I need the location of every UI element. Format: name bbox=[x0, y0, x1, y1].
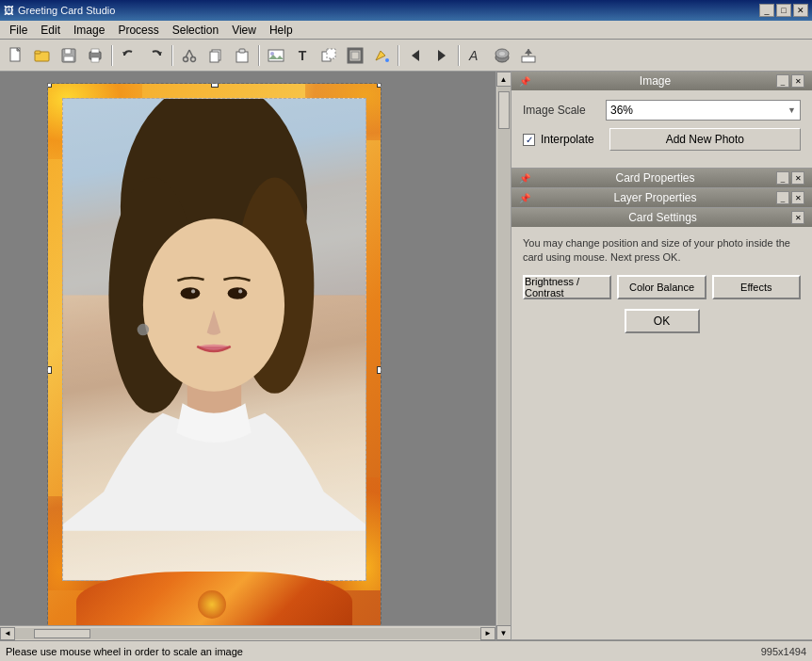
photo-card-inner bbox=[48, 84, 381, 640]
prev-button[interactable] bbox=[403, 43, 428, 68]
menu-edit[interactable]: Edit bbox=[35, 22, 66, 39]
scroll-right-button[interactable]: ► bbox=[480, 627, 495, 640]
handle-top-center[interactable] bbox=[211, 83, 219, 88]
layer-properties-panel: 📌 Layer Properties _ ✕ bbox=[512, 188, 812, 208]
image-panel-pin[interactable]: 📌 bbox=[519, 76, 530, 87]
toolbar: T A bbox=[0, 40, 812, 72]
minimize-button[interactable]: _ bbox=[759, 4, 774, 17]
brightness-contrast-button[interactable]: Brightness / Contrast bbox=[523, 275, 611, 299]
card-settings-controls[interactable]: ✕ bbox=[791, 211, 804, 224]
layer-props-minimize[interactable]: _ bbox=[776, 191, 789, 204]
menu-selection[interactable]: Selection bbox=[167, 22, 224, 39]
save-button[interactable] bbox=[57, 43, 81, 68]
horizontal-scrollbar[interactable]: ◄ ► bbox=[0, 625, 495, 640]
svg-text:A: A bbox=[468, 48, 478, 63]
svg-point-45 bbox=[191, 289, 195, 293]
card-props-pin[interactable]: 📌 bbox=[519, 173, 530, 184]
card-properties-controls[interactable]: _ ✕ bbox=[776, 171, 804, 185]
effects-button[interactable]: Effects bbox=[712, 275, 801, 299]
print-button[interactable] bbox=[83, 43, 107, 68]
next-button[interactable] bbox=[430, 43, 454, 68]
svg-rect-9 bbox=[91, 57, 99, 62]
svg-rect-33 bbox=[522, 56, 535, 62]
right-panel: 📌 Image _ ✕ Image Scale 36% ▼ ✓ bbox=[511, 72, 812, 640]
scroll-track-horizontal[interactable] bbox=[15, 628, 480, 639]
menu-process[interactable]: Process bbox=[112, 22, 164, 39]
image-panel-title: Image bbox=[534, 74, 776, 88]
card-settings-title: Card Settings bbox=[534, 211, 791, 224]
menu-help[interactable]: Help bbox=[264, 22, 299, 39]
text-button[interactable]: T bbox=[290, 43, 315, 68]
new-button[interactable] bbox=[4, 43, 28, 68]
maximize-button[interactable]: □ bbox=[776, 4, 791, 17]
card-settings-close[interactable]: ✕ bbox=[791, 211, 804, 224]
image-insert-button[interactable] bbox=[264, 43, 288, 68]
svg-line-14 bbox=[186, 50, 189, 57]
photo-person[interactable] bbox=[62, 98, 366, 581]
paint-button[interactable] bbox=[369, 43, 394, 68]
scroll-down-button[interactable]: ▼ bbox=[496, 625, 512, 640]
interpolate-row: ✓ Interpolate Add New Photo bbox=[523, 128, 801, 151]
open-button[interactable] bbox=[30, 43, 55, 68]
menu-view[interactable]: View bbox=[226, 22, 262, 39]
handle-top-left[interactable] bbox=[47, 83, 52, 88]
card-settings-info: You may change position and size of your… bbox=[523, 236, 801, 266]
layer-properties-controls[interactable]: _ ✕ bbox=[776, 191, 804, 204]
svg-rect-20 bbox=[268, 50, 284, 61]
scroll-left-button[interactable]: ◄ bbox=[0, 627, 15, 640]
image-panel-close[interactable]: ✕ bbox=[791, 74, 804, 88]
title-bar-left: 🖼 Greeting Card Studio bbox=[4, 5, 115, 16]
handle-middle-right[interactable] bbox=[377, 366, 382, 374]
image-panel-controls[interactable]: _ ✕ bbox=[776, 74, 804, 88]
vertical-scrollbar[interactable]: ▲ ▼ bbox=[495, 72, 511, 640]
frame-button[interactable] bbox=[343, 43, 367, 68]
font-button[interactable]: A bbox=[463, 43, 488, 68]
paste-button[interactable] bbox=[230, 43, 254, 68]
card-settings-content: You may change position and size of your… bbox=[512, 227, 812, 343]
color-balance-button[interactable]: Color Balance bbox=[617, 275, 706, 299]
scroll-up-button[interactable]: ▲ bbox=[496, 72, 512, 87]
undo-button[interactable] bbox=[117, 43, 141, 68]
interpolate-checkbox[interactable]: ✓ bbox=[523, 134, 535, 146]
svg-point-44 bbox=[228, 287, 248, 299]
add-photo-button[interactable]: Add New Photo bbox=[609, 128, 801, 151]
card-props-minimize[interactable]: _ bbox=[776, 171, 789, 185]
status-bar: Please use mouse wheel in order to scale… bbox=[0, 640, 812, 661]
interpolate-checkbox-row: ✓ Interpolate bbox=[523, 133, 594, 146]
card-properties-panel: 📌 Card Properties _ ✕ bbox=[512, 169, 812, 188]
scroll-track-vertical[interactable] bbox=[497, 87, 511, 625]
photo-card[interactable] bbox=[47, 83, 382, 640]
title-bar-controls[interactable]: _ □ ✕ bbox=[759, 4, 808, 17]
separator-1 bbox=[111, 45, 113, 66]
image-scale-value: 36% bbox=[610, 104, 633, 117]
redo-button[interactable] bbox=[143, 43, 168, 68]
cut-button[interactable] bbox=[177, 43, 202, 68]
svg-point-13 bbox=[191, 56, 196, 61]
svg-marker-27 bbox=[412, 50, 419, 61]
svg-marker-28 bbox=[438, 50, 446, 61]
layer-props-close[interactable]: ✕ bbox=[791, 191, 804, 204]
scroll-thumb-horizontal[interactable] bbox=[34, 629, 90, 638]
svg-point-46 bbox=[238, 289, 242, 293]
copy-button[interactable] bbox=[203, 43, 228, 68]
disk-button[interactable] bbox=[490, 43, 514, 68]
menu-file[interactable]: File bbox=[4, 22, 33, 39]
layer-props-pin[interactable]: 📌 bbox=[519, 193, 530, 203]
image-panel-minimize[interactable]: _ bbox=[776, 74, 789, 88]
handle-middle-left[interactable] bbox=[47, 366, 52, 374]
export-button[interactable] bbox=[516, 43, 541, 68]
canvas-area[interactable]: ▲ ▼ ◄ ► bbox=[0, 72, 511, 640]
image-scale-select[interactable]: 36% ▼ bbox=[606, 100, 801, 121]
ok-button[interactable]: OK bbox=[625, 309, 700, 333]
image-panel: 📌 Image _ ✕ Image Scale 36% ▼ ✓ bbox=[512, 72, 812, 169]
clone-button[interactable] bbox=[317, 43, 341, 68]
handle-top-right[interactable] bbox=[377, 83, 382, 88]
menu-image[interactable]: Image bbox=[68, 22, 110, 39]
close-button[interactable]: ✕ bbox=[793, 4, 808, 17]
svg-rect-19 bbox=[239, 49, 245, 53]
svg-point-26 bbox=[385, 58, 389, 62]
ribbon-center bbox=[198, 590, 226, 619]
card-props-close[interactable]: ✕ bbox=[791, 171, 804, 185]
scroll-thumb-vertical[interactable] bbox=[498, 91, 510, 129]
card-settings-panel: 📌 Card Settings ✕ You may change positio… bbox=[512, 208, 812, 640]
